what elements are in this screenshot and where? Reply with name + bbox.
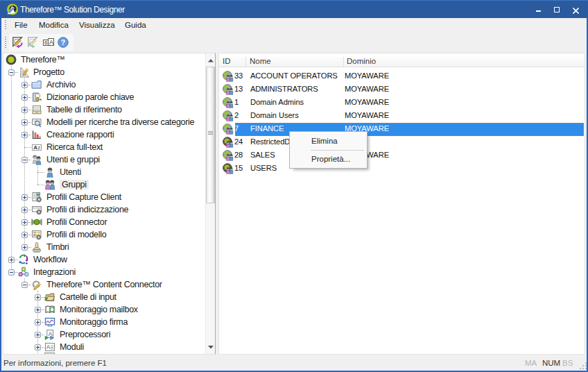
svg-text:A: A — [33, 144, 37, 151]
svg-text:6: 6 — [44, 40, 48, 46]
svg-text:A: A — [46, 344, 51, 350]
svg-text:?: ? — [61, 38, 65, 46]
svg-text:A: A — [49, 39, 53, 46]
